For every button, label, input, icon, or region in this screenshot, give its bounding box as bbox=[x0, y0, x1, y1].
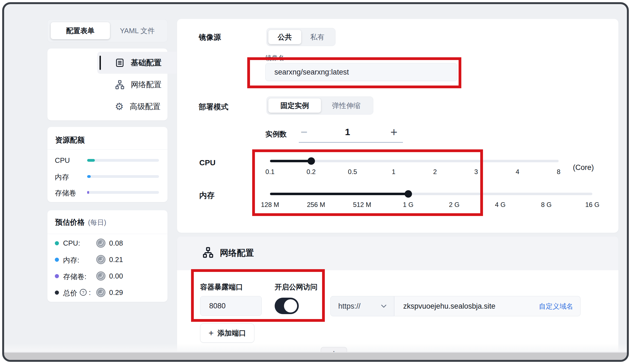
sidebar-item-label: 高级配置 bbox=[130, 101, 160, 112]
page-canvas: 配置表单 YAML 文件 基础配置 网络配置 bbox=[2, 2, 629, 362]
quota-bar-fill bbox=[87, 175, 91, 178]
bottom-fade bbox=[2, 343, 629, 352]
gear-icon: ⚙ bbox=[115, 102, 124, 112]
cpu-tick-label: 8 bbox=[542, 168, 575, 176]
quota-row-memory: 内存 bbox=[47, 172, 168, 181]
price-label: 总价 bbox=[63, 288, 77, 298]
deploy-mode-label: 部署模式 bbox=[199, 102, 228, 112]
cpu-dot bbox=[55, 241, 59, 245]
total-dot bbox=[55, 291, 59, 295]
memory-slider-label: 内存 bbox=[199, 190, 215, 201]
price-title: 预估价格 bbox=[55, 217, 85, 227]
instances-value: 1 bbox=[334, 127, 361, 137]
quota-bar-fill bbox=[87, 191, 89, 194]
option-private-label: 私有 bbox=[310, 32, 325, 42]
option-auto-scaling[interactable]: 弹性伸缩 bbox=[321, 98, 371, 113]
window-frame: 配置表单 YAML 文件 基础配置 网络配置 bbox=[2, 2, 629, 362]
instances-label: 实例数 bbox=[265, 129, 287, 139]
doc-icon bbox=[115, 58, 125, 68]
plus-icon: + bbox=[209, 329, 214, 337]
price-label: 存储卷: bbox=[63, 272, 86, 281]
domain-value: zkspvuoejehu.sealosbja.site bbox=[394, 302, 495, 311]
memory-tick-label: 4 G bbox=[484, 201, 517, 209]
domain-field: zkspvuoejehu.sealosbja.site 自定义域名 bbox=[394, 296, 581, 316]
option-public[interactable]: 公共 bbox=[268, 30, 301, 44]
coin-icon bbox=[96, 238, 106, 250]
network-icon bbox=[115, 80, 125, 90]
quota-label: 内存 bbox=[55, 172, 69, 182]
price-row-total: 总价 ? : 0.29 bbox=[47, 287, 168, 298]
price-value: 0.21 bbox=[109, 255, 123, 264]
divider bbox=[47, 149, 167, 150]
price-value: 0.00 bbox=[109, 272, 123, 280]
price-label: 内存: bbox=[63, 255, 79, 265]
tab-config-form-label: 配置表单 bbox=[66, 26, 95, 36]
increase-instances-button[interactable]: + bbox=[387, 126, 400, 139]
option-private[interactable]: 私有 bbox=[301, 30, 334, 44]
price-row-memory: 内存: 0.21 bbox=[47, 254, 168, 265]
option-auto-scaling-label: 弹性伸缩 bbox=[332, 101, 360, 110]
custom-domain-link[interactable]: 自定义域名 bbox=[539, 302, 573, 311]
memory-tick-label: 8 G bbox=[530, 201, 563, 209]
sidebar-nav-card: 基础配置 网络配置 ⚙ 高级配置 bbox=[47, 48, 168, 121]
svg-text:?: ? bbox=[82, 290, 84, 295]
coin-icon bbox=[96, 271, 106, 283]
price-subtitle: (每日) bbox=[88, 218, 106, 227]
quota-bar-track bbox=[87, 159, 159, 162]
tab-config-form[interactable]: 配置表单 bbox=[51, 22, 110, 39]
storage-dot bbox=[55, 274, 59, 278]
protocol-select[interactable]: https:// bbox=[330, 296, 394, 316]
help-icon[interactable]: ? bbox=[79, 289, 87, 298]
quota-label: CPU bbox=[55, 156, 70, 165]
network-icon bbox=[202, 247, 214, 258]
add-port-button[interactable]: + 添加端口 bbox=[200, 323, 254, 343]
annotation-box-sliders bbox=[252, 149, 483, 216]
coin-icon bbox=[96, 255, 106, 266]
quota-row-storage: 存储卷 bbox=[47, 188, 168, 197]
option-public-label: 公共 bbox=[278, 32, 292, 42]
annotation-box-port bbox=[191, 269, 325, 322]
divider bbox=[47, 234, 167, 234]
bottom-bar bbox=[2, 352, 629, 362]
memory-dot bbox=[55, 258, 59, 262]
active-indicator-bar bbox=[100, 56, 101, 70]
protocol-value: https:// bbox=[331, 302, 360, 311]
decrease-instances-button[interactable]: − bbox=[297, 126, 311, 139]
image-source-label: 镜像源 bbox=[199, 32, 221, 42]
coin-icon bbox=[96, 288, 106, 299]
quota-row-cpu: CPU bbox=[47, 156, 168, 165]
quota-title: 资源配额 bbox=[55, 135, 85, 145]
price-value: 0.29 bbox=[109, 288, 123, 297]
quota-bar-fill bbox=[87, 159, 95, 162]
price-colon: : bbox=[89, 288, 91, 297]
cpu-tick-label: 4 bbox=[501, 168, 534, 176]
view-mode-tabs: 配置表单 YAML 文件 bbox=[47, 19, 168, 42]
deploy-mode-segmented: 固定实例 弹性伸缩 bbox=[266, 96, 373, 115]
network-section-title: 网络配置 bbox=[220, 247, 254, 259]
price-row-cpu: CPU: 0.08 bbox=[47, 238, 168, 249]
annotation-box-image-name bbox=[247, 57, 461, 88]
quota-bar-track bbox=[87, 175, 159, 178]
chevron-down-icon bbox=[381, 304, 387, 308]
option-fixed-instance-label: 固定实例 bbox=[280, 101, 309, 110]
cpu-slider-label: CPU bbox=[199, 158, 215, 167]
memory-tick-label: 16 G bbox=[576, 201, 609, 209]
instances-underline bbox=[299, 142, 403, 143]
sidebar-item-label: 网络配置 bbox=[131, 79, 161, 90]
option-fixed-instance[interactable]: 固定实例 bbox=[268, 98, 321, 113]
cpu-unit-label: (Core) bbox=[573, 163, 594, 172]
price-row-storage: 存储卷: 0.00 bbox=[47, 271, 168, 282]
tab-yaml-file-label: YAML 文件 bbox=[120, 26, 155, 36]
quota-bar-track bbox=[87, 191, 159, 194]
sidebar-item-label: 基础配置 bbox=[131, 58, 161, 68]
price-value: 0.08 bbox=[109, 239, 123, 248]
quota-label: 存储卷 bbox=[55, 188, 76, 198]
price-label: CPU: bbox=[63, 239, 80, 248]
image-source-segmented: 公共 私有 bbox=[266, 28, 336, 46]
add-port-label: 添加端口 bbox=[217, 328, 246, 338]
tab-yaml-file[interactable]: YAML 文件 bbox=[110, 22, 165, 39]
